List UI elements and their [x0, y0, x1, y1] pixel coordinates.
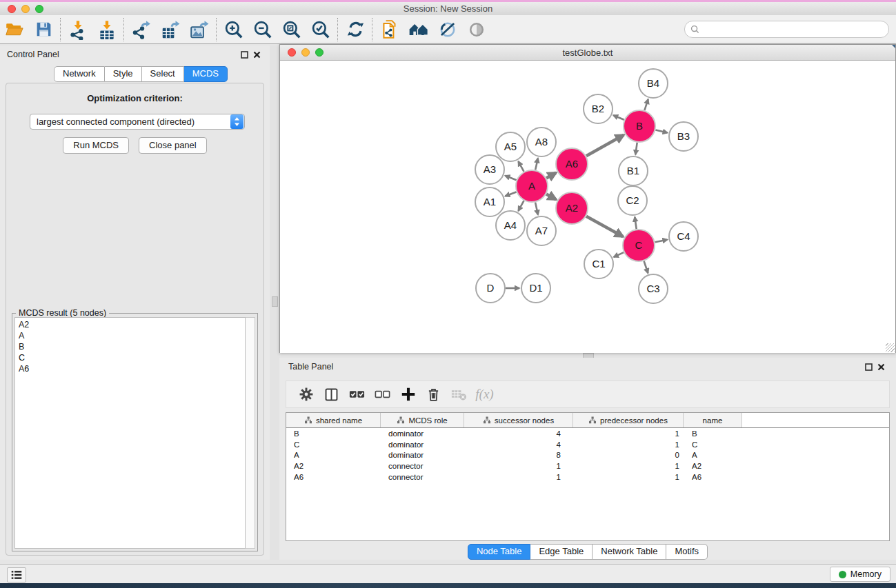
- float-panel-button[interactable]: [238, 49, 250, 60]
- import-network-button[interactable]: [63, 17, 92, 42]
- mcds-result-item[interactable]: B: [15, 341, 245, 352]
- graph-edge-C-C4[interactable]: [655, 240, 668, 243]
- close-panel-button-mcds[interactable]: Close panel: [139, 137, 207, 154]
- graph-node-A5[interactable]: A5: [496, 132, 525, 161]
- function-builder-button[interactable]: f(x): [472, 383, 497, 406]
- mcds-result-list[interactable]: A2ABCA6: [14, 317, 246, 549]
- graph-node-A2[interactable]: A2: [556, 192, 588, 224]
- table-row[interactable]: Bdominator41B: [286, 428, 889, 439]
- criterion-dropdown[interactable]: largest connected component (directed): [30, 114, 245, 130]
- show-eye-button[interactable]: [462, 17, 491, 42]
- table-close-panel-button[interactable]: [875, 361, 887, 372]
- delete-selected-button[interactable]: [421, 383, 446, 406]
- add-column-button[interactable]: [395, 383, 421, 406]
- tab-style[interactable]: Style: [105, 66, 142, 82]
- copy-network-doc-button[interactable]: [375, 17, 404, 42]
- zoom-selected-button[interactable]: [306, 17, 335, 42]
- graph-node-B4[interactable]: B4: [639, 69, 668, 98]
- export-network-button[interactable]: [127, 17, 156, 42]
- table-tab-motifs[interactable]: Motifs: [666, 544, 708, 560]
- graph-node-C1[interactable]: C1: [584, 250, 613, 278]
- table-row[interactable]: Cdominator41C: [286, 439, 889, 450]
- table-tab-node-table[interactable]: Node Table: [468, 544, 531, 560]
- column-header-MCDS-role[interactable]: MCDS role: [381, 413, 464, 427]
- graph-edge-A-A3[interactable]: [505, 176, 516, 180]
- graph-edge-C-C3[interactable]: [644, 261, 648, 273]
- hide-graphics-details-button[interactable]: [433, 17, 462, 42]
- network-canvas[interactable]: B4B2BB3B1A5A8A6A3AA1A4A7A2C2C4CC1C3DD1: [280, 61, 895, 353]
- graph-node-A6[interactable]: A6: [556, 148, 588, 180]
- home-button[interactable]: [404, 17, 433, 42]
- graph-edge-A-A6[interactable]: [546, 173, 556, 179]
- vertical-splitter[interactable]: [270, 45, 279, 560]
- graph-edge-A-A7[interactable]: [535, 202, 538, 214]
- graph-node-C2[interactable]: C2: [618, 186, 647, 215]
- graph-node-A3[interactable]: A3: [475, 155, 504, 184]
- graph-edge-A2-C[interactable]: [586, 216, 623, 237]
- graph-node-C3[interactable]: C3: [639, 274, 668, 303]
- toolbar-search-field[interactable]: [684, 21, 889, 38]
- window-resize-grip[interactable]: [886, 343, 895, 352]
- graph-edge-A-A1[interactable]: [505, 192, 516, 196]
- table-float-panel-button[interactable]: [862, 361, 875, 372]
- graph-edge-A6-B[interactable]: [586, 135, 624, 156]
- graph-edge-C-C2[interactable]: [635, 217, 636, 229]
- table-row[interactable]: A2connector11A2: [286, 460, 889, 472]
- graph-edge-B-B1[interactable]: [635, 143, 637, 154]
- mcds-list-scrollbar[interactable]: [246, 317, 255, 549]
- graph-node-A4[interactable]: A4: [496, 211, 525, 240]
- column-header-successor-nodes[interactable]: successor nodes: [464, 413, 573, 427]
- mcds-result-item[interactable]: A2: [15, 319, 245, 330]
- export-table-button[interactable]: [156, 17, 185, 42]
- mcds-result-item[interactable]: C: [15, 352, 245, 363]
- table-settings-gear-button[interactable]: [293, 383, 319, 406]
- column-header-shared-name[interactable]: shared name: [286, 413, 381, 427]
- graph-node-D1[interactable]: D1: [521, 274, 550, 303]
- tab-mcds[interactable]: MCDS: [184, 66, 228, 82]
- tab-select[interactable]: Select: [142, 66, 184, 82]
- refresh-layout-button[interactable]: [341, 17, 370, 42]
- deselect-all-rows-button[interactable]: [370, 383, 395, 406]
- zoom-in-button[interactable]: [219, 17, 248, 42]
- table-tab-edge-table[interactable]: Edge Table: [530, 544, 593, 560]
- mcds-result-item[interactable]: A: [15, 330, 245, 341]
- mcds-result-item[interactable]: A6: [15, 363, 245, 374]
- table-row[interactable]: Adominator80A: [286, 450, 889, 461]
- graph-edge-A-A4[interactable]: [518, 201, 524, 211]
- delete-column-button-disabled[interactable]: [446, 383, 472, 406]
- task-history-button[interactable]: [7, 567, 26, 582]
- memory-button[interactable]: Memory: [830, 567, 890, 582]
- vertical-splitter-handle[interactable]: [272, 296, 278, 307]
- search-input[interactable]: [702, 24, 883, 35]
- graph-edge-A-A2[interactable]: [546, 194, 556, 200]
- zoom-out-button[interactable]: [248, 17, 277, 42]
- graph-node-A1[interactable]: A1: [475, 187, 504, 216]
- column-header-predecessor-nodes[interactable]: predecessor nodes: [573, 413, 684, 427]
- graph-node-D[interactable]: D: [476, 274, 505, 303]
- graph-node-B1[interactable]: B1: [619, 156, 648, 185]
- graph-edge-C-C1[interactable]: [614, 252, 624, 257]
- import-table-button[interactable]: [92, 17, 121, 42]
- table-row[interactable]: A6connector11A6: [286, 472, 889, 483]
- graph-node-C[interactable]: C: [623, 230, 655, 261]
- column-header-name[interactable]: name: [684, 413, 742, 427]
- tab-network[interactable]: Network: [54, 66, 105, 82]
- table-tab-network-table[interactable]: Network Table: [593, 544, 666, 560]
- graph-node-A[interactable]: A: [516, 170, 548, 202]
- graph-node-B2[interactable]: B2: [584, 94, 613, 123]
- graph-edge-B-B4[interactable]: [644, 99, 648, 110]
- graph-node-A8[interactable]: A8: [527, 128, 556, 156]
- save-session-button[interactable]: [29, 17, 58, 42]
- graph-edge-B-B2[interactable]: [613, 115, 624, 120]
- graph-edge-B-B3[interactable]: [655, 130, 667, 132]
- graph-node-B3[interactable]: B3: [669, 122, 698, 151]
- run-mcds-button[interactable]: Run MCDS: [63, 137, 129, 154]
- graph-edge-A-A5[interactable]: [518, 161, 524, 172]
- close-panel-button[interactable]: [250, 49, 263, 60]
- graph-node-A7[interactable]: A7: [527, 216, 556, 245]
- zoom-fit-button[interactable]: [277, 17, 306, 42]
- graph-node-B[interactable]: B: [624, 110, 655, 142]
- select-all-rows-button[interactable]: [344, 383, 370, 406]
- open-session-button[interactable]: [0, 17, 29, 42]
- network-window-titlebar[interactable]: testGlobe.txt: [280, 45, 895, 61]
